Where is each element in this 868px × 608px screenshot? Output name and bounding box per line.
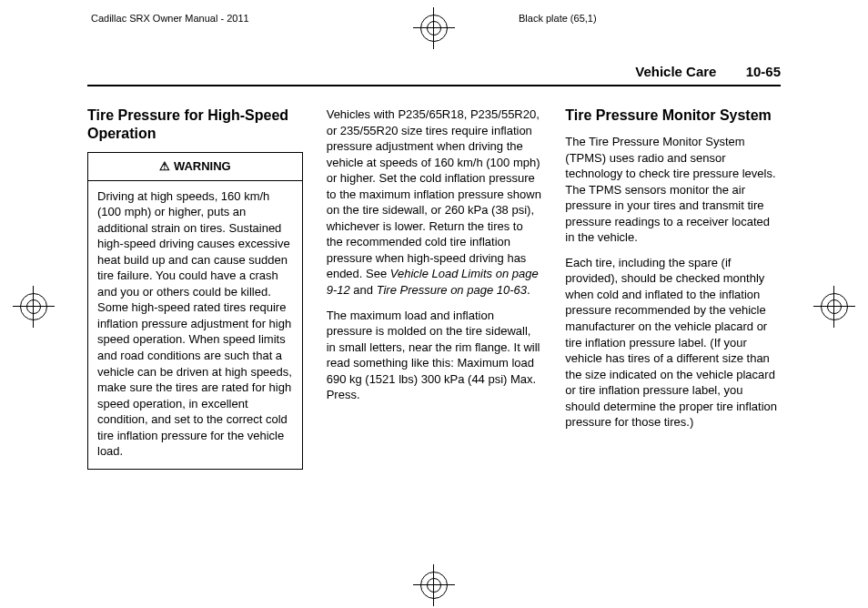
registration-mark-icon — [13, 286, 55, 328]
text-run: and — [350, 283, 377, 297]
column-2: Vehicles with P235/65R18, P235/55R20, or… — [327, 106, 542, 470]
running-head-section: Vehicle Care — [635, 64, 716, 79]
warning-label: WARNING — [174, 159, 231, 173]
paragraph: The Tire Pressure Monitor System (TPMS) … — [565, 134, 781, 246]
page-body: Vehicle Care 10-65 Tire Pressure for Hig… — [87, 64, 781, 470]
warning-body: Driving at high speeds, 160 km/h (100 mp… — [88, 181, 302, 469]
running-head-page: 10-65 — [746, 64, 781, 79]
warning-heading: ⚠WARNING — [88, 153, 302, 181]
registration-mark-icon — [413, 564, 455, 606]
columns: Tire Pressure for High-Speed Operation ⚠… — [87, 106, 781, 470]
warning-triangle-icon: ⚠ — [159, 159, 170, 173]
column-3: Tire Pressure Monitor System The Tire Pr… — [565, 106, 781, 470]
paragraph: The maximum load and inflation pressure … — [327, 308, 542, 403]
text-run: . — [527, 283, 530, 297]
column-1: Tire Pressure for High-Speed Operation ⚠… — [87, 106, 303, 470]
running-head: Vehicle Care 10-65 — [87, 64, 781, 86]
paragraph: Vehicles with P235/65R18, P235/55R20, or… — [327, 106, 542, 299]
cross-reference: Tire Pressure on page 10‑63 — [377, 283, 527, 297]
print-header: Cadillac SRX Owner Manual - 2011 Black p… — [0, 13, 868, 35]
print-header-left: Cadillac SRX Owner Manual - 2011 — [91, 13, 249, 24]
heading-tire-pressure-high-speed: Tire Pressure for High-Speed Operation — [87, 106, 303, 143]
heading-tpms: Tire Pressure Monitor System — [565, 106, 781, 125]
paragraph: Each tire, including the spare (if provi… — [565, 255, 781, 431]
warning-box: ⚠WARNING Driving at high speeds, 160 km/… — [87, 152, 303, 470]
text-run: Vehicles with P235/65R18, P235/55R20, or… — [327, 107, 541, 280]
print-header-right: Black plate (65,1) — [519, 13, 597, 24]
registration-mark-icon — [813, 286, 855, 328]
